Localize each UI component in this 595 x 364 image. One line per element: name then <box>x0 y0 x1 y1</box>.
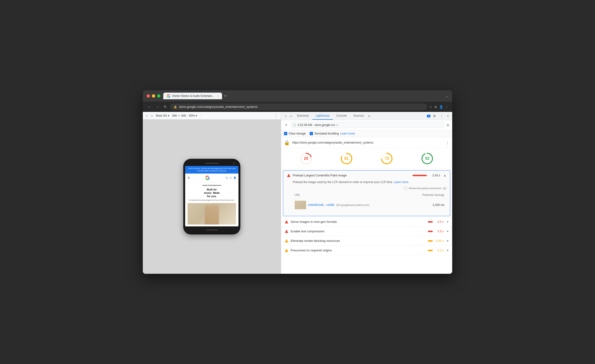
audit-description: Preload the image used by the LCP elemen… <box>293 180 446 184</box>
device-mode-button[interactable]: ▱ <box>289 112 294 120</box>
url-cell: /rbNNiE4oM...=w680 (lh3.googleuserconten… <box>295 201 406 209</box>
resource-url[interactable]: /rbNNiE4oM...=w680 <box>308 203 334 207</box>
minimize-window-button[interactable] <box>152 94 155 98</box>
profile-icon[interactable]: 👤 <box>439 105 443 109</box>
lighthouse-scores: 20 81 <box>281 148 452 170</box>
chrome-menu-icon[interactable]: ⋮ <box>445 105 448 109</box>
extensions-icon[interactable]: ⊕ <box>434 105 437 109</box>
close-devtools-button[interactable]: × <box>446 113 450 119</box>
chevron-down-icon: ▾ <box>447 230 448 233</box>
lighthouse-url-display: 1:01:49 AM - store.google.cor <box>298 123 335 127</box>
toolbar-separator: | <box>201 114 202 117</box>
more-tabs-icon[interactable]: » <box>367 112 371 120</box>
third-party-count: (1) <box>443 187 446 190</box>
device-mode-icon[interactable]: ▱ <box>151 114 153 117</box>
phone-nav: ☰ 🔍 🛒 👤 <box>185 174 239 182</box>
lighthouse-url-bar[interactable]: 🕐 1:01:49 AM - store.google.cor ▾ <box>291 122 444 128</box>
other-audits-list: Serve images in next-gen formats 0.9 s ▾… <box>281 217 452 255</box>
clear-storage-label: Clear storage <box>289 132 306 135</box>
viewport-width: 360 <box>172 114 177 117</box>
lighthouse-settings: ✓ Clear storage ✓ Simulated throttling L… <box>281 130 452 137</box>
audit-item[interactable]: Serve images in next-gen formats 0.9 s ▾ <box>281 217 452 227</box>
forward-button[interactable]: → <box>155 104 160 110</box>
chevron-down-icon: ▾ <box>447 239 448 243</box>
tab-lighthouse[interactable]: Lighthouse <box>312 112 333 120</box>
mobile-preview-pane: ⊹ ▱ Moto G4 ▾ 360 × 640 65% ▾ | ⋮ <box>143 112 281 274</box>
clear-storage-checkbox[interactable]: ✓ <box>284 132 287 135</box>
audit-item[interactable]: Eliminate render-blocking resources 0.49… <box>281 236 452 246</box>
maximize-window-button[interactable] <box>157 94 160 98</box>
audit-score-bar: 0.49 s <box>428 239 444 243</box>
phone-content: Audio Entertainment Built for music. Mad… <box>185 182 239 226</box>
savings-cell: 2,430 ms <box>408 199 446 211</box>
chrome-dropdown-icon[interactable]: ⌄ <box>445 94 448 98</box>
score-92-value: 92 <box>425 157 429 161</box>
tab-sources[interactable]: Sources <box>350 112 367 120</box>
viewport-height: 640 <box>181 114 186 117</box>
close-window-button[interactable] <box>147 94 150 98</box>
cursor-tool-icon[interactable]: ⊹ <box>146 114 148 117</box>
url-details: /rbNNiE4oM...=w680 (lh3.googleuserconten… <box>308 203 369 207</box>
chevron-up-icon: ▲ <box>443 174 446 177</box>
chevron-down-icon: ▾ <box>447 249 448 252</box>
zoom-chevron-icon: ▾ <box>196 114 197 117</box>
hamburger-icon: ☰ <box>188 176 190 179</box>
devtools-menu-button[interactable]: ⋮ <box>438 113 445 119</box>
audit-item[interactable]: Enable text compression 0.9 s ▾ <box>281 227 452 236</box>
google-logo-icon <box>205 175 210 180</box>
refresh-button[interactable]: ↻ <box>163 104 168 110</box>
device-name: Moto G4 <box>156 114 167 117</box>
lighthouse-toolbar: + 🕐 1:01:49 AM - store.google.cor ▾ ⊘ <box>281 120 452 130</box>
browser-window: Home Stereo & Audio Entertain... × + ⌄ ←… <box>143 90 452 274</box>
clear-button[interactable]: ⊘ <box>446 123 449 127</box>
warning-icon <box>285 239 288 243</box>
score-circle-73: 73 <box>380 152 393 165</box>
tab-bar: Home Stereo & Audio Entertain... × + <box>163 93 442 99</box>
settings-button[interactable]: ⚙ <box>432 113 438 119</box>
audit-title: Serve images in next-gen formats <box>290 220 425 223</box>
headline-line1: Built for <box>207 188 217 191</box>
tab-elements[interactable]: Elements <box>294 112 312 120</box>
throttling-checkbox[interactable]: ✓ <box>310 132 313 135</box>
notification-text: There's still time. Get free two-day shi… <box>188 168 236 172</box>
back-button[interactable]: ← <box>147 104 152 110</box>
score-73-value: 73 <box>385 157 389 161</box>
new-tab-button[interactable]: + <box>223 93 227 99</box>
window-controls: ⌄ <box>445 94 448 98</box>
device-select[interactable]: Moto G4 ▾ <box>156 114 169 117</box>
audit-learn-more-link[interactable]: Learn more <box>394 180 408 184</box>
mobile-preview: There's still time. Get free two-day shi… <box>143 120 281 274</box>
expanded-audit-time: 2.43 s <box>431 174 440 177</box>
score-bar <box>412 175 429 176</box>
add-audit-button[interactable]: + <box>284 123 289 128</box>
bookmark-icon[interactable]: ☆ <box>429 105 432 109</box>
phone-notification-banner: There's still time. Get free two-day shi… <box>185 166 239 174</box>
url-bar[interactable]: 🔒 store.google.com/category/audio_entert… <box>170 104 427 110</box>
third-party-checkbox[interactable] <box>404 187 407 190</box>
phone-image-person-figure <box>205 206 219 224</box>
audit-more-button[interactable]: ⋮ <box>446 141 449 145</box>
tab-console[interactable]: Console <box>333 112 350 120</box>
lighthouse-content: + 🕐 1:01:49 AM - store.google.cor ▾ ⊘ ✓ … <box>281 120 452 274</box>
audit-detail: Preload the image used by the LCP elemen… <box>287 177 446 213</box>
inspect-element-button[interactable]: ⊹ <box>283 112 289 120</box>
more-options-icon[interactable]: ⋮ <box>274 113 278 118</box>
throttling-row: ✓ Simulated throttling Learn more <box>310 132 355 135</box>
phone-screen: There's still time. Get free two-day shi… <box>185 166 239 226</box>
active-tab[interactable]: Home Stereo & Audio Entertain... × <box>163 93 222 99</box>
zoom-select[interactable]: 65% ▾ <box>189 114 197 117</box>
warning-icon <box>285 230 288 233</box>
third-party-label: Show 3rd-party resources <box>409 187 441 190</box>
warning-icon <box>287 174 290 177</box>
audit-header: Eliminate render-blocking resources 0.49… <box>285 239 448 243</box>
tab-close-button[interactable]: × <box>217 94 219 97</box>
devtools-tabs: ⊹ ▱ Elements Lighthouse Console Sources … <box>281 112 452 120</box>
expanded-audit-item[interactable]: Preload Largest Contentful Paint image 2… <box>283 171 450 216</box>
score-circle-81: 81 <box>340 152 353 165</box>
audit-item[interactable]: Preconnect to required origins 0.3 s ▾ <box>281 246 452 255</box>
headline-line3: for you. <box>207 195 217 198</box>
score-circle-20: 20 <box>299 152 313 165</box>
throttling-learn-more-link[interactable]: Learn more <box>340 132 355 135</box>
phone-speaker <box>205 163 219 164</box>
phone-category-label: Audio Entertainment <box>188 184 236 186</box>
